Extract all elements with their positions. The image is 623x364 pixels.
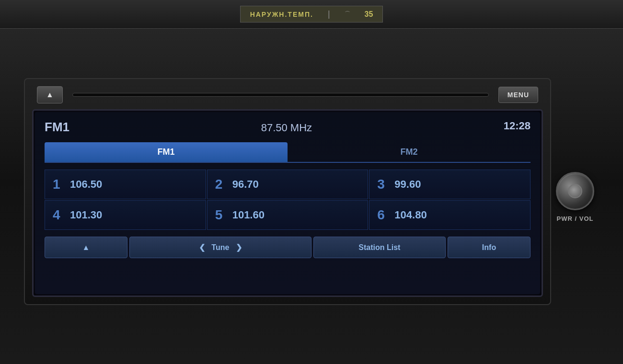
station-2-num: 2	[215, 177, 227, 192]
station-2-freq: 96.70	[232, 178, 259, 191]
unit-main: ▲ MENU FM1 87.50 MHz 12:28	[24, 59, 599, 305]
screen-container: FM1 87.50 MHz 12:28 FM1 FM2 © DUBICARS.c…	[32, 109, 543, 297]
right-panel: PWR / VOL	[556, 172, 594, 222]
screen-header: FM1 87.50 MHz 12:28	[45, 120, 531, 135]
pwr-vol-label: PWR / VOL	[557, 215, 594, 222]
fm-tabs: FM1 FM2	[45, 142, 531, 163]
station-4[interactable]: 4 101.30	[45, 200, 206, 230]
station-6-num: 6	[377, 207, 389, 223]
top-display-num: 35	[365, 10, 373, 19]
fm-label: FM1	[45, 120, 69, 135]
cd-slot	[72, 93, 489, 97]
station-5-num: 5	[215, 207, 227, 223]
station-3[interactable]: 3 99.60	[369, 170, 531, 199]
car-unit: НАРУЖН.ТЕМП. | ⌒ 35 ▲ MENU	[0, 0, 623, 364]
frequency-display: 87.50 MHz	[69, 122, 504, 134]
station-3-num: 3	[377, 177, 389, 192]
station-2[interactable]: 2 96.70	[207, 170, 369, 199]
tab-fm2[interactable]: FM2	[288, 142, 531, 162]
station-1[interactable]: 1 106.50	[45, 170, 206, 199]
top-display-text: НАРУЖН.ТЕМП.	[250, 11, 313, 18]
station-5[interactable]: 5 101.60	[207, 200, 369, 230]
station-list-button[interactable]: Station List	[313, 237, 446, 258]
knob-inner	[568, 184, 582, 198]
seek-up-button[interactable]: ▲	[45, 237, 127, 258]
top-display-icon: ⌒	[345, 10, 350, 18]
top-display-divider: |	[328, 9, 330, 19]
top-strip: НАРУЖН.ТЕМП. | ⌒ 35	[0, 0, 623, 29]
main-content: ▲ MENU FM1 87.50 MHz 12:28	[24, 59, 599, 305]
station-4-num: 4	[53, 207, 64, 223]
info-button[interactable]: Info	[448, 237, 531, 258]
unit-top-row: ▲ MENU	[32, 86, 543, 103]
bottom-buttons: ▲ ❮ Tune ❯ Station List Info	[45, 237, 531, 258]
station-1-num: 1	[53, 177, 64, 192]
station-4-freq: 101.30	[70, 209, 102, 221]
tune-next-icon: ❯	[236, 243, 242, 251]
tune-button[interactable]: ❮ Tune ❯	[129, 237, 312, 258]
unit-body: ▲ MENU FM1 87.50 MHz 12:28	[24, 78, 551, 305]
clock-display: 12:28	[504, 120, 531, 132]
station-6[interactable]: 6 104.80	[369, 200, 531, 230]
screen: FM1 87.50 MHz 12:28 FM1 FM2 © DUBICARS.c…	[35, 112, 540, 294]
station-3-freq: 99.60	[394, 178, 421, 191]
tab-fm1[interactable]: FM1	[45, 142, 288, 162]
station-grid: 1 106.50 2 96.70 3 99.60	[45, 170, 531, 230]
station-1-freq: 106.50	[70, 178, 102, 191]
top-display: НАРУЖН.ТЕМП. | ⌒ 35	[240, 6, 383, 23]
eject-button[interactable]: ▲	[37, 86, 63, 103]
pwr-vol-knob[interactable]	[556, 172, 594, 210]
tune-prev-icon: ❮	[199, 243, 205, 251]
station-5-freq: 101.60	[232, 209, 265, 221]
station-6-freq: 104.80	[394, 209, 427, 221]
menu-button[interactable]: MENU	[498, 87, 538, 103]
